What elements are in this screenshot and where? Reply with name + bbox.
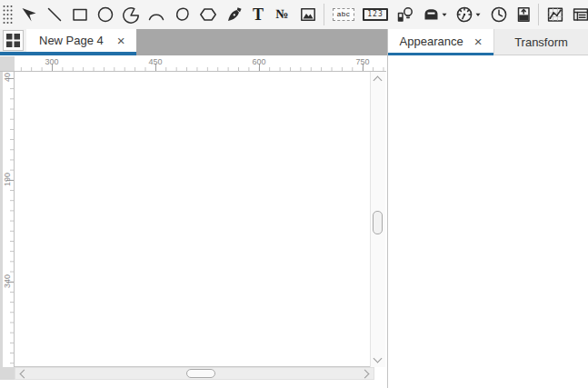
toolbar-drag-handle[interactable]: [2, 3, 13, 26]
arc-tool-button[interactable]: [146, 3, 166, 26]
vertical-scrollbar-thumb[interactable]: [373, 211, 383, 234]
drawing-canvas[interactable]: [15, 72, 370, 367]
ruler-label: 750: [355, 57, 369, 66]
tab-transform-label: Transform: [514, 35, 568, 49]
scroll-left-arrow-icon[interactable]: [20, 370, 29, 379]
rectangle-icon: [71, 5, 89, 24]
dropdown-caret-icon: [476, 14, 481, 16]
ruler-label: 300: [45, 57, 58, 66]
chart-icon: [546, 5, 564, 24]
vertical-scrollbar[interactable]: [370, 72, 385, 367]
form-icon: [572, 5, 588, 24]
scrollbar-corner: [0, 367, 15, 380]
text-field-icon: abc: [333, 8, 354, 21]
scroll-down-arrow-icon[interactable]: [374, 354, 383, 363]
chart-widget-button[interactable]: [545, 3, 565, 26]
text-tool-icon: T: [253, 6, 264, 23]
ruler-label: 600: [252, 57, 265, 66]
pages-overview-button[interactable]: [0, 29, 26, 55]
number-display-icon: 123: [363, 8, 387, 21]
tab-strip-filler: [136, 29, 387, 55]
text-tool-button[interactable]: T: [250, 3, 266, 26]
polygon-icon: [198, 5, 218, 24]
toolbar-divider: [324, 4, 324, 25]
tab-appearance-label: Appearance: [400, 35, 463, 48]
clock-icon: [490, 5, 508, 24]
pie-tool-button[interactable]: [121, 3, 140, 26]
image-icon: [299, 5, 317, 24]
ruler-label: 190: [3, 173, 12, 186]
indicator-light-icon: [395, 5, 415, 24]
select-cursor-icon: [20, 5, 38, 24]
right-panel-tab-bar: Appearance × Transform: [388, 29, 588, 55]
application-window: T № abc 123: [0, 0, 588, 388]
indicator-light-widget-button[interactable]: [394, 3, 415, 26]
gauge-widget-button[interactable]: [455, 3, 483, 26]
horizontal-scrollbar[interactable]: [15, 367, 374, 380]
polygon-tool-button[interactable]: [198, 3, 218, 26]
right-panel-body: [388, 55, 588, 388]
tab-appearance[interactable]: Appearance ×: [388, 29, 493, 55]
pen-icon: [225, 5, 244, 24]
horizontal-scrollbar-thumb[interactable]: [186, 369, 215, 378]
select-tool-button[interactable]: [19, 3, 38, 26]
page-tab-strip: New Page 4 ×: [0, 29, 387, 55]
arc-icon: [146, 5, 166, 24]
pie-icon: [122, 5, 140, 24]
tab-appearance-close-icon[interactable]: ×: [474, 35, 483, 48]
number-tool-button[interactable]: №: [273, 3, 292, 26]
line-tool-button[interactable]: [45, 3, 64, 26]
horizontal-ruler: 300 450 600 750: [15, 56, 386, 72]
clock-widget-button[interactable]: [489, 3, 509, 26]
number-display-widget-button[interactable]: 123: [363, 3, 388, 26]
level-slider-widget-button[interactable]: [515, 3, 532, 26]
toolbar: T № abc 123: [0, 0, 588, 29]
image-tool-button[interactable]: [298, 3, 317, 26]
page-tab-new-page-4[interactable]: New Page 4 ×: [26, 29, 136, 55]
pages-grid-icon: [3, 30, 24, 51]
toolbar-divider: [538, 4, 539, 25]
ellipse-icon: [96, 5, 115, 24]
ruler-label: 40: [3, 73, 12, 82]
drag-handle-icon: [2, 3, 13, 26]
vertical-ruler: 40 190 340: [3, 72, 15, 367]
dropdown-caret-icon: [443, 14, 447, 16]
blob-icon: [174, 5, 192, 24]
text-field-widget-button[interactable]: abc: [331, 3, 356, 26]
scroll-up-arrow-icon[interactable]: [374, 76, 383, 85]
form-widget-button[interactable]: [572, 3, 588, 26]
number-tool-icon: №: [275, 8, 288, 21]
page-tab-close-icon[interactable]: ×: [117, 34, 125, 47]
rectangle-tool-button[interactable]: [70, 3, 89, 26]
drawer-widget-button[interactable]: [422, 3, 449, 26]
line-icon: [45, 5, 64, 24]
tab-transform[interactable]: Transform: [493, 29, 588, 55]
blob-tool-button[interactable]: [173, 3, 192, 26]
pen-tool-button[interactable]: [224, 3, 244, 26]
level-slider-icon: [515, 5, 532, 24]
ruler-corner: [0, 56, 15, 72]
page-tab-label: New Page 4: [39, 34, 104, 47]
ruler-label: 340: [3, 274, 12, 288]
ruler-label: 450: [148, 57, 162, 66]
scroll-right-arrow-icon[interactable]: [361, 370, 370, 379]
gauge-icon: [455, 5, 483, 24]
ellipse-tool-button[interactable]: [95, 3, 115, 26]
drawer-icon: [422, 5, 449, 24]
